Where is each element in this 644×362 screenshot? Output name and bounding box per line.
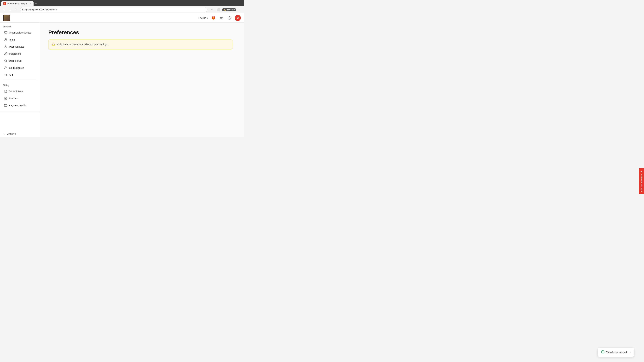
warning-message: Only Account Owners can alter Account Se… bbox=[57, 43, 108, 46]
team-icon bbox=[4, 38, 8, 41]
language-selector[interactable]: English ▾ bbox=[198, 16, 208, 19]
screen-cast-icon[interactable]: ⬜ bbox=[216, 7, 221, 12]
sidebar-item-integrations[interactable]: Integrations bbox=[1, 50, 39, 57]
new-tab-button[interactable]: + bbox=[34, 1, 38, 6]
nav-icons: ☆ ⬜ 🕵 Incognito ⋮ bbox=[210, 7, 242, 12]
bookmark-icon[interactable]: ☆ bbox=[210, 7, 215, 12]
sidebar-item-organizations[interactable]: Organizations & sites bbox=[1, 29, 39, 36]
sidebar-item-label: Integrations bbox=[9, 52, 21, 55]
sso-icon bbox=[4, 66, 8, 69]
tab-bar: Preferences - Hotjar × + bbox=[0, 0, 244, 6]
api-icon bbox=[4, 73, 8, 77]
browser-menu-button[interactable]: ⋮ bbox=[238, 7, 242, 12]
warning-banner: Only Account Owners can alter Account Se… bbox=[48, 39, 233, 49]
tab-favicon bbox=[3, 2, 6, 5]
sidebar-item-user-lookup[interactable]: User lookup bbox=[1, 57, 39, 64]
svg-rect-10 bbox=[4, 68, 7, 69]
svg-rect-5 bbox=[4, 31, 7, 33]
incognito-icon: 🕵 bbox=[224, 8, 226, 11]
sidebar-item-label: Single sign-on bbox=[9, 66, 24, 69]
subscriptions-icon bbox=[4, 90, 8, 93]
sidebar-item-team[interactable]: Team bbox=[1, 36, 39, 43]
user-attributes-icon bbox=[4, 45, 8, 48]
svg-line-9 bbox=[6, 61, 7, 62]
forward-button[interactable]: → bbox=[8, 7, 13, 12]
browser-navbar: ← → ↻ insights.hotjar.com/settings/accou… bbox=[0, 6, 244, 13]
sidebar-item-label: Team bbox=[9, 38, 15, 41]
sidebar-item-invoices[interactable]: Invoices bbox=[1, 95, 39, 102]
topbar-right-section: English ▾ 🎁 U bbox=[198, 15, 241, 21]
add-user-icon[interactable] bbox=[219, 15, 224, 21]
sidebar-divider bbox=[3, 80, 38, 80]
payment-details-icon bbox=[4, 104, 8, 107]
app-logo[interactable] bbox=[3, 14, 10, 21]
svg-point-0 bbox=[220, 16, 222, 18]
account-section-label: Account bbox=[0, 23, 40, 29]
sidebar-item-label: Organizations & sites bbox=[9, 31, 31, 34]
svg-point-8 bbox=[4, 60, 6, 62]
refresh-button[interactable]: ↻ bbox=[14, 7, 19, 12]
integrations-icon bbox=[4, 52, 8, 55]
sidebar-item-user-attributes[interactable]: User attributes bbox=[1, 43, 39, 50]
active-tab[interactable]: Preferences - Hotjar × bbox=[1, 1, 34, 6]
incognito-badge: 🕵 Incognito bbox=[222, 8, 236, 11]
sidebar-item-label: Subscriptions bbox=[9, 90, 23, 93]
language-chevron-icon: ▾ bbox=[207, 16, 208, 19]
sidebar-item-label: Invoices bbox=[9, 97, 18, 100]
back-button[interactable]: ← bbox=[2, 7, 7, 12]
sidebar-item-label: User attributes bbox=[9, 45, 24, 48]
billing-section-label: Billing bbox=[0, 81, 40, 88]
sidebar: Account Organizations & sites bbox=[0, 23, 40, 137]
organizations-icon bbox=[4, 31, 8, 34]
incognito-label: Incognito bbox=[226, 8, 235, 11]
sidebar-item-label: User lookup bbox=[9, 59, 22, 62]
page-title: Preferences bbox=[48, 29, 236, 35]
sidebar-item-subscriptions[interactable]: Subscriptions bbox=[1, 88, 39, 95]
tab-close-button[interactable]: × bbox=[29, 2, 32, 5]
support-icon[interactable] bbox=[227, 15, 232, 21]
tab-title: Preferences - Hotjar bbox=[8, 2, 27, 5]
logo-image bbox=[4, 15, 10, 21]
user-lookup-icon bbox=[4, 59, 8, 62]
sidebar-item-api[interactable]: API bbox=[1, 71, 39, 78]
main-content: Preferences Only Account Owners can alte… bbox=[40, 23, 244, 137]
user-avatar[interactable]: U bbox=[235, 15, 241, 21]
sidebar-item-payment-details[interactable]: Payment details bbox=[1, 102, 39, 109]
app-body: Account Organizations & sites bbox=[0, 23, 244, 137]
svg-point-7 bbox=[5, 45, 6, 46]
invoices-icon bbox=[4, 97, 8, 100]
language-label: English bbox=[198, 16, 206, 19]
app-topbar: English ▾ 🎁 U bbox=[0, 13, 244, 23]
svg-rect-13 bbox=[4, 104, 7, 106]
gift-icon[interactable]: 🎁 bbox=[211, 15, 216, 21]
sidebar-item-label: Payment details bbox=[9, 104, 26, 107]
collapse-label: Collapse bbox=[7, 132, 16, 135]
sidebar-collapse-button[interactable]: Collapse bbox=[0, 131, 40, 137]
address-bar[interactable]: insights.hotjar.com/settings/account bbox=[20, 7, 207, 12]
svg-point-6 bbox=[5, 38, 6, 39]
sidebar-item-sso[interactable]: Single sign-on bbox=[1, 64, 39, 71]
warning-icon bbox=[52, 42, 55, 46]
sidebar-item-label: API bbox=[9, 73, 13, 76]
